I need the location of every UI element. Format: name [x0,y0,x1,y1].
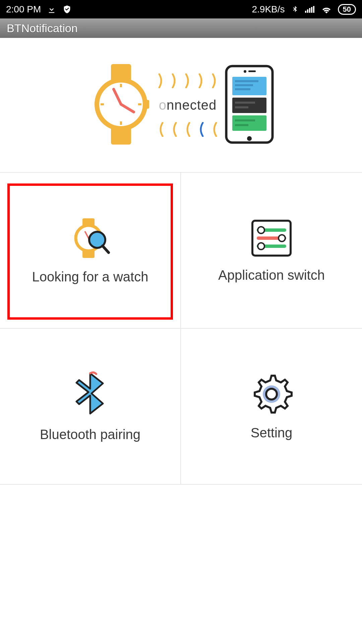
bluetooth-pairing-label: Bluetooth pairing [40,427,140,442]
signal-icon [305,5,315,13]
connection-status-text: oonnectednnected [159,98,217,113]
application-switch-tile[interactable]: Application switch [181,173,362,329]
svg-rect-1 [307,9,308,13]
status-time: 2:00 PM [6,4,41,15]
gear-icon [250,372,293,417]
wifi-icon [321,5,332,13]
setting-label: Setting [251,425,293,440]
bluetooth-pairing-tile[interactable]: Bluetooth pairing [0,329,181,485]
watch-icon [87,62,151,148]
sliders-icon [250,218,293,260]
svg-rect-23 [232,98,266,113]
status-speed: 2.9KB/s [252,4,285,15]
svg-rect-8 [144,100,149,109]
svg-rect-24 [235,102,255,104]
signal-waves-top [158,73,218,88]
svg-rect-3 [311,7,312,13]
looking-for-watch-label: Looking for a watch [32,269,148,284]
svg-point-18 [247,136,252,141]
setting-tile[interactable]: Setting [181,329,362,485]
connection-hero: oonnectednnected [0,38,362,172]
svg-rect-22 [235,88,250,90]
svg-point-44 [266,389,277,399]
svg-point-40 [279,235,285,241]
bluetooth-icon [291,5,299,14]
svg-rect-21 [235,84,253,86]
svg-rect-28 [235,124,248,126]
svg-rect-27 [235,119,255,121]
svg-line-35 [103,246,109,253]
watch-search-icon [68,216,112,261]
download-icon [47,5,56,14]
svg-rect-4 [313,6,314,13]
svg-rect-17 [248,70,256,72]
svg-rect-0 [305,11,306,13]
svg-point-38 [258,227,264,233]
statusbar: 2:00 PM 2.9KB/s 50 [0,0,362,18]
application-switch-label: Application switch [218,268,325,283]
app-titlebar: BTNotification [0,18,362,38]
svg-rect-20 [235,80,258,82]
looking-for-watch-tile[interactable]: Looking for a watch [0,173,181,329]
svg-rect-26 [232,115,266,131]
bluetooth-large-icon [72,371,109,419]
phone-icon [224,64,275,146]
svg-rect-25 [235,106,248,108]
app-title: BTNotification [7,22,78,35]
svg-point-16 [244,70,246,73]
svg-rect-2 [309,8,310,13]
svg-point-42 [258,243,264,250]
battery-level: 50 [338,4,356,15]
shield-check-icon [62,5,72,14]
signal-waves-bottom [158,122,218,137]
